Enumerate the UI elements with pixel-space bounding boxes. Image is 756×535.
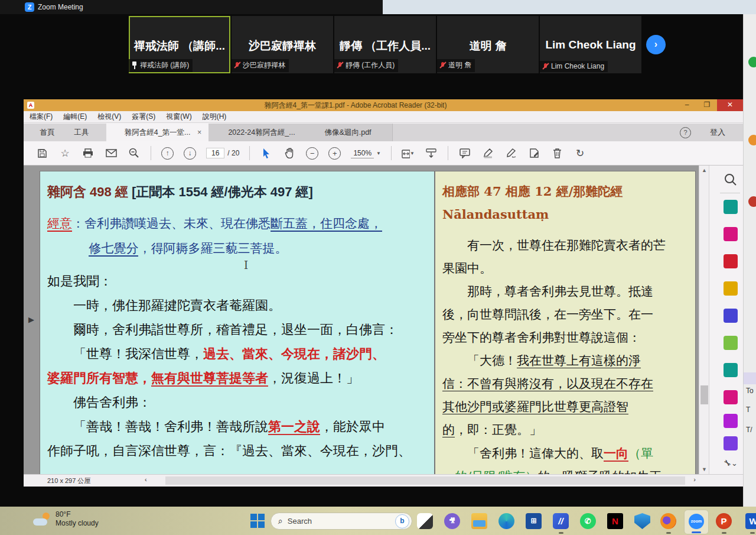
tab-tools[interactable]: 工具 bbox=[69, 124, 94, 141]
scrollbar-thumb[interactable] bbox=[700, 385, 708, 404]
sign-pen-icon[interactable] bbox=[504, 147, 517, 160]
scroll-left-icon[interactable]: ‹ bbox=[145, 476, 147, 483]
acrobat-menubar: 檔案(F) 編輯(E) 檢視(V) 簽署(S) 視窗(W) 說明(H) bbox=[24, 111, 743, 123]
find-icon[interactable] bbox=[128, 147, 141, 160]
email-icon[interactable] bbox=[105, 147, 118, 160]
zoom-out-icon[interactable]: − bbox=[306, 147, 318, 160]
chat-icon[interactable]: 🎥︎ bbox=[444, 513, 460, 529]
participant-tile[interactable]: 靜傳 （工作人員... 靜傳 (工作人員) bbox=[334, 16, 436, 73]
task-view-icon[interactable] bbox=[417, 513, 433, 529]
edge-icon[interactable] bbox=[498, 513, 514, 529]
text-line: 信：不曾有與將沒有，以及現在不存在 bbox=[442, 372, 688, 395]
zoom-in-icon[interactable]: + bbox=[328, 147, 341, 160]
highlight-icon[interactable] bbox=[481, 147, 494, 160]
combine-files-icon[interactable] bbox=[724, 309, 738, 323]
mic-muted-icon bbox=[542, 63, 549, 70]
word-icon[interactable]: W bbox=[745, 513, 756, 529]
export-pdf-icon[interactable] bbox=[724, 200, 738, 214]
participant-name: 道明 詹 bbox=[437, 38, 539, 54]
page-left-text: 雜阿含 498 經 [正聞本 1554 經/佛光本 497 經]經意：舍利弗讚嘆… bbox=[40, 171, 434, 463]
page-down-icon[interactable]: ↓ bbox=[184, 147, 196, 160]
scroll-mode-icon[interactable] bbox=[425, 147, 438, 160]
doc-tab-active[interactable]: 雜阿含經4_第一堂... × bbox=[106, 124, 220, 141]
menu-sign[interactable]: 簽署(S) bbox=[132, 112, 155, 122]
participant-tile[interactable]: 沙巴寂靜禪林 沙巴寂靜禪林 bbox=[232, 16, 333, 73]
doc-tab[interactable]: 佛像&迴向.pdf bbox=[304, 124, 393, 141]
comment-tool-icon[interactable] bbox=[724, 281, 738, 296]
stamp-icon[interactable] bbox=[527, 147, 540, 160]
page-number-input[interactable]: 16 bbox=[206, 148, 224, 158]
participant-tile[interactable]: Lim Cheok Liang Lim Cheok Liang bbox=[540, 16, 641, 73]
menu-edit[interactable]: 編輯(E) bbox=[63, 112, 87, 122]
signin-button[interactable]: 登入 bbox=[710, 127, 725, 138]
menu-help[interactable]: 說明(H) bbox=[203, 112, 227, 122]
page-number-control: 16 / 20 bbox=[206, 148, 239, 158]
menu-window[interactable]: 視窗(W) bbox=[166, 112, 191, 122]
firefox-icon[interactable] bbox=[660, 513, 676, 529]
prev-panel-arrow-icon[interactable]: ▶ bbox=[28, 315, 34, 324]
tab-close-icon[interactable]: × bbox=[197, 128, 201, 137]
scroll-down-icon[interactable]: ▼ bbox=[699, 466, 709, 472]
zoom-app-icon[interactable]: zoom bbox=[684, 510, 709, 534]
store-icon[interactable]: ⊞ bbox=[526, 513, 542, 529]
edit-pdf-icon[interactable] bbox=[724, 227, 738, 241]
windows-taskbar: 80°F Mostly cloudy ⌕ Search b 🎥︎ ⊞ // ✆ … bbox=[0, 507, 756, 535]
bing-icon[interactable]: b bbox=[395, 514, 409, 528]
participant-tile[interactable]: 禪戒法師 （講師... 禪戒法師 (講師) bbox=[129, 16, 230, 73]
help-icon[interactable]: ? bbox=[680, 127, 691, 138]
print-icon[interactable] bbox=[82, 147, 94, 160]
defender-icon[interactable] bbox=[634, 513, 650, 529]
tab-home[interactable]: 首頁 bbox=[34, 124, 60, 141]
acrobat-tabbar: 首頁 工具 雜阿含經4_第一堂... × 2022-24雜阿含經_... 佛像&… bbox=[24, 124, 743, 141]
organize-pages-icon[interactable] bbox=[724, 336, 738, 350]
refresh-icon[interactable]: ↻ bbox=[573, 147, 586, 160]
lines-app-icon[interactable]: // bbox=[553, 513, 569, 529]
netflix-icon[interactable]: N bbox=[607, 513, 623, 529]
chevron-down-icon: ▼ bbox=[410, 151, 415, 156]
next-participants-icon[interactable]: › bbox=[646, 35, 666, 54]
text-line: 修七覺分，得阿耨多羅三藐三菩提。 bbox=[47, 236, 427, 261]
powerpoint-icon[interactable]: P bbox=[716, 513, 732, 529]
page-up-icon[interactable]: ↑ bbox=[161, 147, 174, 160]
whatsapp-icon[interactable]: ✆ bbox=[580, 513, 596, 529]
text-line: 一時，佛住那羅揵陀賣衣者菴羅園。 bbox=[47, 293, 427, 317]
scroll-up-icon[interactable]: ▲ bbox=[699, 167, 709, 173]
close-icon[interactable]: ✕ bbox=[717, 99, 743, 111]
menu-file[interactable]: 檔案(F) bbox=[30, 112, 53, 122]
background-window-edge bbox=[383, 0, 756, 14]
acrobat-titlebar[interactable]: A 雜阿含經4_第一堂課1.pdf - Adobe Acrobat Reader… bbox=[24, 99, 743, 111]
weather-widget[interactable]: 80°F Mostly cloudy bbox=[33, 510, 99, 528]
search-input[interactable]: ⌕ Search b bbox=[271, 513, 412, 530]
select-cursor-icon[interactable] bbox=[260, 147, 273, 160]
start-icon[interactable] bbox=[250, 514, 265, 528]
vertical-scrollbar[interactable]: ▲ ▼ bbox=[699, 166, 709, 474]
minimize-icon[interactable]: – bbox=[677, 99, 697, 111]
scroll-right-icon[interactable]: › bbox=[693, 476, 696, 483]
trash-icon[interactable] bbox=[550, 147, 563, 160]
create-pdf-icon[interactable] bbox=[724, 254, 738, 268]
menu-view[interactable]: 檢視(V) bbox=[97, 112, 121, 122]
compress-pdf-icon[interactable] bbox=[724, 363, 738, 377]
comment-icon[interactable] bbox=[458, 147, 471, 160]
explorer-icon[interactable] bbox=[471, 513, 487, 529]
search-tools-icon[interactable] bbox=[724, 173, 738, 187]
text-line: 「世尊！我深信世尊，過去、當來、今現在，諸沙門、 bbox=[47, 342, 427, 366]
restore-icon[interactable]: ❐ bbox=[697, 99, 717, 111]
text-fragment: T/ bbox=[746, 426, 752, 434]
hand-tool-icon[interactable] bbox=[283, 147, 296, 160]
doc-tab[interactable]: 2022-24雜阿含經_... bbox=[208, 124, 315, 141]
zoom-logo-icon: Z bbox=[25, 2, 34, 12]
more-tools-icon[interactable]: 🔧︎⌄ bbox=[724, 459, 738, 473]
star-icon[interactable]: ☆ bbox=[58, 147, 71, 160]
fit-width-icon[interactable]: ▼ bbox=[402, 147, 415, 160]
horizontal-scrollbar-thumb[interactable] bbox=[165, 476, 685, 485]
zoom-level-dropdown[interactable]: 150% ▼ bbox=[351, 148, 381, 158]
fill-sign-icon[interactable] bbox=[724, 390, 738, 404]
save-icon[interactable] bbox=[35, 147, 48, 160]
adobe-reader-icon: A bbox=[27, 102, 34, 109]
protect-icon[interactable] bbox=[724, 414, 738, 428]
certificates-icon[interactable] bbox=[724, 436, 738, 450]
green-badge-icon bbox=[748, 57, 756, 67]
text-fragment: T bbox=[746, 406, 750, 414]
participant-tile[interactable]: 道明 詹 道明 詹 bbox=[437, 16, 539, 73]
